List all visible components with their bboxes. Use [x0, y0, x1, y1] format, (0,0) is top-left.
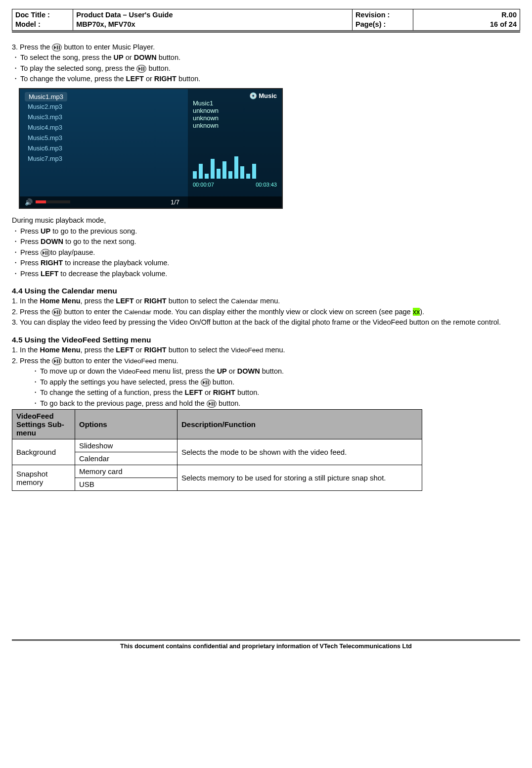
- table-header-submenu: VideoFeed Settings Sub-menu: [12, 410, 75, 439]
- body-content: 3. Press the button to enter Music Playe…: [12, 43, 520, 491]
- bullet-play-song: To play the selected song, press the but…: [12, 64, 520, 74]
- s44-step3: 3. You can display the video feed by pre…: [12, 318, 520, 328]
- table-row: Background Slideshow Selects the mode to…: [12, 439, 422, 452]
- doc-title-label: Doc Title :Model :: [12, 9, 73, 31]
- during-next: Press DOWN to go to the next song.: [12, 237, 520, 247]
- play-pause-icon: [136, 65, 146, 73]
- page-indicator: 1/7: [73, 198, 277, 206]
- song-item-selected: Music1.mp3: [25, 92, 67, 101]
- cell-option: USB: [75, 478, 177, 491]
- during-prev: Press UP to go to the previous song.: [12, 227, 520, 237]
- during-volup: Press RIGHT to increase the playback vol…: [12, 258, 520, 268]
- s45-b2: To apply the settings you have selected,…: [32, 378, 520, 387]
- table-header-options: Options: [75, 410, 177, 439]
- heading-4-4: 4.4 Using the Calendar menu: [12, 287, 520, 295]
- rev-label: Revision :Page(s) :: [353, 9, 413, 31]
- doc-header: Doc Title :Model : Product Data – User's…: [12, 9, 520, 31]
- table-row: Snapshot memory Memory card Selects memo…: [12, 465, 422, 478]
- track-artist: unknown: [193, 107, 277, 114]
- bullet-volume: To change the volume, press the LEFT or …: [12, 74, 520, 84]
- during-title: During music playback mode,: [12, 216, 520, 226]
- s45-step2: 2. Press the button to enter the VideoFe…: [12, 356, 520, 366]
- song-list: Music1.mp3 Music2.mp3 Music3.mp3 Music4.…: [20, 89, 188, 208]
- song-item: Music4.mp3: [25, 122, 183, 133]
- during-voldown: Press LEFT to decrease the playback volu…: [12, 269, 520, 279]
- time-row: 00:00:0700:03:43: [193, 182, 277, 188]
- equalizer-icon: [193, 154, 277, 179]
- play-pause-icon: [52, 308, 62, 316]
- doc-title: Product Data – User's GuideMBP70x, MFV70…: [73, 9, 353, 31]
- cell-background: Background: [12, 439, 75, 465]
- track-name: Music1: [193, 99, 277, 107]
- heading-4-5: 4.5 Using the VideoFeed Setting menu: [12, 336, 520, 344]
- table-header-desc: Description/Function: [177, 410, 422, 439]
- music-player-screenshot: Music1.mp3 Music2.mp3 Music3.mp3 Music4.…: [19, 88, 283, 209]
- during-playpause: Press to play/pause.: [12, 248, 520, 258]
- volume-bar: [36, 200, 70, 203]
- song-item: Music7.mp3: [25, 153, 183, 164]
- play-pause-icon: [52, 357, 62, 365]
- cell-snapshot: Snapshot memory: [12, 465, 75, 491]
- speaker-icon: 🔊: [25, 198, 33, 206]
- cell-desc: Selects memory to be used for storing a …: [177, 465, 422, 491]
- music-panel-title: 💿 Music: [193, 92, 277, 99]
- song-item: Music6.mp3: [25, 143, 183, 153]
- play-pause-icon: [201, 379, 211, 386]
- song-item: Music2.mp3: [25, 101, 183, 112]
- cell-option: Memory card: [75, 465, 177, 478]
- play-pause-icon: [207, 400, 217, 408]
- track-album: unknown: [193, 114, 277, 122]
- s45-step1: 1. In the Home Menu, press the LEFT or R…: [12, 345, 520, 355]
- step-3: 3. Press the button to enter Music Playe…: [12, 43, 520, 52]
- cell-option: Calendar: [75, 452, 177, 465]
- s45-b4: To go back to the previous page, press a…: [32, 399, 520, 409]
- song-item: Music5.mp3: [25, 133, 183, 143]
- play-pause-icon: [52, 44, 62, 51]
- s44-step2: 2. Press the button to enter the Calenda…: [12, 307, 520, 317]
- videofeed-settings-table: VideoFeed Settings Sub-menu Options Desc…: [12, 409, 422, 491]
- footer-confidential: This document contains confidential and …: [12, 643, 520, 650]
- rev-value: R.0016 of 24: [413, 9, 520, 31]
- cell-option: Slideshow: [75, 439, 177, 452]
- s44-step1: 1. In the Home Menu, press the LEFT or R…: [12, 296, 520, 306]
- song-item: Music3.mp3: [25, 112, 183, 122]
- s45-b3: To change the setting of a function, pre…: [32, 388, 520, 398]
- bullet-select-song: To select the song, press the UP or DOWN…: [12, 53, 520, 63]
- play-pause-icon: [41, 249, 50, 257]
- cell-desc: Selects the mode to be shown with the vi…: [177, 439, 422, 465]
- track-info: unknown: [193, 122, 277, 129]
- player-bottom-bar: 🔊 1/7: [20, 196, 282, 208]
- highlight-page-ref: xx: [413, 308, 420, 316]
- s45-b1: To move up or down the VideoFeed menu li…: [32, 367, 520, 377]
- music-info-panel: 💿 Music Music1 unknown unknown unknown 0…: [188, 89, 282, 208]
